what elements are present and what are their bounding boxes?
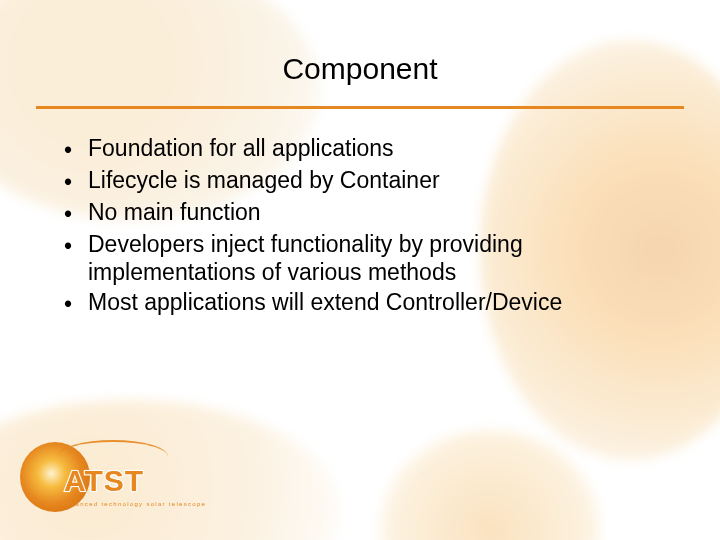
list-item: • Developers inject functionality by pro…	[64, 230, 672, 286]
bullet-dot-icon: •	[64, 288, 88, 318]
list-item: • Most applications will extend Controll…	[64, 288, 672, 318]
list-item: • No main function	[64, 198, 672, 228]
bullet-dot-icon: •	[64, 166, 88, 196]
bullet-list: • Foundation for all applications • Life…	[64, 134, 672, 320]
slide: Component • Foundation for all applicati…	[0, 0, 720, 540]
list-item: • Foundation for all applications	[64, 134, 672, 164]
bullet-text: Developers inject functionality by provi…	[88, 230, 672, 286]
background-blob	[380, 430, 600, 540]
bullet-text: Lifecycle is managed by Container	[88, 166, 672, 194]
bullet-text: Most applications will extend Controller…	[88, 288, 672, 316]
bullet-dot-icon: •	[64, 198, 88, 228]
atst-logo: ATST ATST advanced technology solar tele…	[24, 440, 200, 518]
slide-title: Component	[0, 52, 720, 86]
logo-acronym: ATST	[64, 464, 144, 498]
bullet-dot-icon: •	[64, 230, 88, 260]
bullet-text: No main function	[88, 198, 672, 226]
list-item: • Lifecycle is managed by Container	[64, 166, 672, 196]
logo-tagline: advanced technology solar telescope	[62, 501, 206, 507]
bullet-text: Foundation for all applications	[88, 134, 672, 162]
bullet-dot-icon: •	[64, 134, 88, 164]
title-underline	[36, 106, 684, 109]
